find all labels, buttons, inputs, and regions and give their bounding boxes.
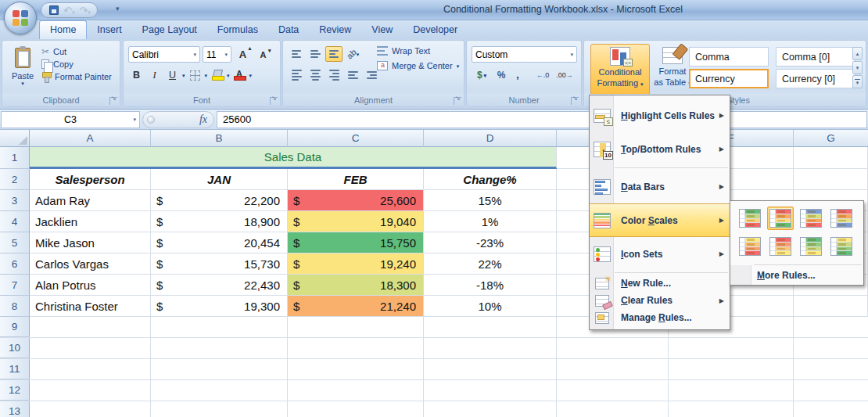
cell-name[interactable]: Jacklien: [30, 211, 151, 232]
row-header[interactable]: 13: [0, 401, 30, 417]
cell-jan[interactable]: $15,730: [151, 253, 288, 275]
cell[interactable]: [794, 296, 868, 317]
font-dialog-launcher[interactable]: [270, 97, 278, 105]
italic-button[interactable]: I: [146, 67, 163, 83]
sheet-row-11[interactable]: 11: [0, 359, 868, 380]
alignment-dialog-launcher[interactable]: [454, 97, 461, 105]
align-bottom-button[interactable]: [325, 46, 343, 62]
number-format-combo[interactable]: Custom▾: [472, 46, 577, 63]
color-scale-green-yellow[interactable]: [798, 235, 824, 258]
cell-change[interactable]: -18%: [424, 275, 557, 296]
tab-formulas[interactable]: Formulas: [207, 21, 268, 39]
cell-title-sales-data[interactable]: Sales Data: [30, 147, 557, 169]
font-color-dropdown-icon[interactable]: ▾: [249, 73, 253, 78]
col-header-c[interactable]: C: [288, 130, 424, 147]
cell-jan[interactable]: $22,430: [151, 275, 288, 296]
row-header[interactable]: 1: [0, 147, 30, 169]
row-header[interactable]: 3: [0, 190, 30, 211]
row-header[interactable]: 11: [0, 359, 30, 379]
font-color-button[interactable]: A: [231, 67, 248, 83]
menu-item-data-bars[interactable]: Data Bars ▶: [590, 170, 730, 203]
fill-color-button[interactable]: [209, 67, 225, 83]
number-dialog-launcher[interactable]: [571, 97, 579, 105]
align-left-button[interactable]: [288, 67, 305, 83]
tab-page-layout[interactable]: Page Layout: [132, 21, 207, 39]
borders-button[interactable]: [187, 67, 203, 83]
select-all-corner[interactable]: [0, 130, 30, 147]
office-button[interactable]: [4, 2, 37, 34]
align-center-button[interactable]: [307, 67, 324, 83]
row-header[interactable]: 7: [0, 275, 30, 296]
cell-change[interactable]: -23%: [424, 232, 557, 253]
row-header[interactable]: 10: [0, 338, 30, 358]
borders-dropdown-icon[interactable]: ▾: [205, 73, 208, 78]
tab-developer[interactable]: Developer: [403, 21, 468, 39]
underline-button[interactable]: U: [164, 67, 181, 83]
shrink-font-button[interactable]: A: [254, 46, 272, 63]
row-header[interactable]: 12: [0, 380, 30, 401]
grow-font-button[interactable]: A: [234, 46, 252, 63]
menu-item-icon-sets[interactable]: Icon Sets ▶: [590, 237, 730, 271]
sheet-row-12[interactable]: 12: [0, 380, 868, 401]
align-middle-button[interactable]: [307, 46, 324, 62]
bold-button[interactable]: B: [128, 67, 145, 83]
tab-view[interactable]: View: [361, 21, 403, 39]
style-currency[interactable]: Currency: [689, 69, 769, 88]
cell-header-change[interactable]: Change%: [424, 169, 557, 190]
cell-jan[interactable]: $18,900: [151, 211, 288, 232]
merge-center-button[interactable]: Merge & Center ▾: [377, 61, 459, 70]
formula-bar-collapse-icon[interactable]: [147, 116, 155, 124]
menu-item-more-rules[interactable]: More Rules...: [730, 265, 863, 285]
cell-header-jan[interactable]: JAN: [151, 169, 288, 190]
gallery-scroll-up[interactable]: ▲: [852, 47, 863, 60]
undo-icon[interactable]: ↶▾: [63, 5, 74, 16]
orientation-button[interactable]: ab▾: [344, 46, 361, 62]
sheet-row-9[interactable]: 9: [0, 317, 868, 338]
col-header-g[interactable]: G: [794, 130, 868, 147]
cell-header-salesperson[interactable]: Salesperson: [30, 169, 151, 190]
col-header-b[interactable]: B: [151, 130, 288, 147]
row-header[interactable]: 8: [0, 296, 30, 317]
underline-dropdown-icon[interactable]: ▾: [182, 73, 185, 78]
clipboard-dialog-launcher[interactable]: [109, 97, 117, 105]
sheet-row-10[interactable]: 10: [0, 338, 868, 359]
copy-button[interactable]: Copy: [41, 59, 112, 69]
name-box-dropdown-icon[interactable]: ▾: [133, 117, 136, 122]
font-size-combo[interactable]: 11▾: [203, 46, 231, 63]
menu-item-color-scales[interactable]: Color Scales ▶: [590, 203, 730, 237]
name-box[interactable]: C3 ▾: [1, 111, 140, 128]
cell-feb[interactable]: $15,750: [288, 232, 424, 253]
redo-icon[interactable]: ↷▾: [79, 5, 90, 16]
row-header[interactable]: 6: [0, 253, 30, 275]
sheet-row-13[interactable]: 13: [0, 401, 868, 417]
cell-jan[interactable]: $20,454: [151, 232, 288, 253]
cell-change[interactable]: 10%: [424, 296, 557, 317]
cell-feb[interactable]: $18,300: [288, 275, 424, 296]
row-header[interactable]: 4: [0, 211, 30, 232]
color-scale-blue-yellow-red[interactable]: [798, 207, 824, 230]
cell-change[interactable]: 15%: [424, 190, 557, 211]
cell-feb[interactable]: $21,240: [288, 296, 424, 317]
style-comma[interactable]: Comma: [689, 47, 769, 67]
cut-button[interactable]: ✂ Cut: [41, 47, 112, 56]
cell-feb[interactable]: $19,040: [288, 211, 424, 232]
font-name-combo[interactable]: Calibri▾: [128, 46, 200, 63]
menu-item-clear-rules[interactable]: Clear Rules ▶: [590, 292, 730, 309]
color-scale-yellow-red[interactable]: [737, 235, 763, 258]
menu-item-new-rule[interactable]: ✳ New Rule...: [590, 275, 730, 292]
cell-feb[interactable]: $25,600: [288, 190, 424, 211]
cell-jan[interactable]: $19,300: [151, 296, 288, 317]
cell-feb[interactable]: $19,240: [288, 253, 424, 275]
gallery-scroll-down[interactable]: ▼: [852, 61, 863, 74]
cell-change[interactable]: 1%: [424, 211, 557, 232]
color-scale-green-yellow-red[interactable]: [737, 207, 763, 230]
row-header[interactable]: 5: [0, 232, 30, 253]
menu-item-manage-rules[interactable]: Manage Rules...: [590, 309, 730, 326]
cell-name[interactable]: Adam Ray: [30, 190, 151, 211]
formula-input[interactable]: 25600: [217, 111, 867, 128]
cell[interactable]: [794, 147, 868, 169]
menu-item-top-bottom-rules[interactable]: 10 Top/Bottom Rules ▶: [590, 132, 730, 166]
tab-data[interactable]: Data: [268, 21, 309, 39]
align-right-button[interactable]: [325, 67, 343, 83]
color-scale-red-yellow-blue[interactable]: [828, 207, 855, 230]
